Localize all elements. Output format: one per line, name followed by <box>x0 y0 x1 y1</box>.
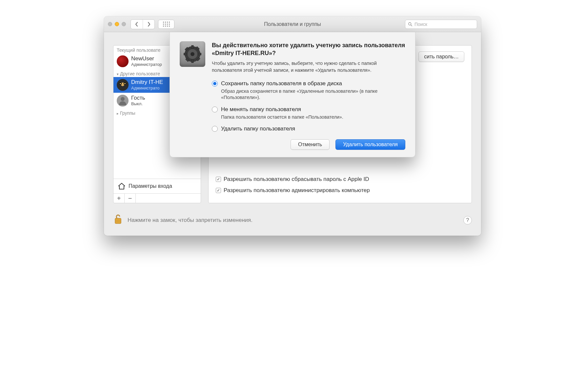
svg-rect-11 <box>184 53 187 55</box>
user-name: NewUser <box>131 56 162 62</box>
show-all-button[interactable] <box>158 20 174 29</box>
back-button[interactable] <box>131 20 143 29</box>
checkbox-icon: ✓ <box>216 188 221 193</box>
dialog-subtitle: Чтобы удалить эту учетную запись, выбери… <box>212 60 405 74</box>
dialog-body: Вы действительно хотите удалить учетную … <box>212 41 405 150</box>
chevron-right-icon <box>147 22 151 27</box>
radio-description: Образ диска сохраняется в папке «Удаленн… <box>221 88 405 101</box>
checkbox-label: Разрешить пользователю сбрасывать пароль… <box>224 176 369 183</box>
user-options: ✓ Разрешить пользователю сбрасывать паро… <box>216 176 464 194</box>
zoom-window-button[interactable] <box>122 22 126 26</box>
window-title: Пользователи и группы <box>264 21 321 27</box>
lock-button[interactable] <box>113 214 123 226</box>
search-field[interactable] <box>405 20 477 29</box>
cancel-button[interactable]: Отменить <box>291 139 330 150</box>
login-options-label: Параметры входа <box>129 183 172 189</box>
titlebar: Пользователи и группы <box>104 16 481 32</box>
radio-delete-folder[interactable]: Удалить папку пользователя <box>212 126 405 132</box>
dialog-buttons: Отменить Удалить пользователя <box>212 139 405 150</box>
allow-admin-checkbox[interactable]: ✓ Разрешить пользователю администрироват… <box>216 187 464 194</box>
reset-password-button[interactable]: сить пароль… <box>418 51 464 62</box>
radio-label: Удалить папку пользователя <box>221 126 295 132</box>
login-options-row[interactable]: Параметры входа <box>113 179 201 193</box>
close-window-button[interactable] <box>108 22 112 26</box>
add-user-button[interactable]: + <box>113 194 125 203</box>
system-preferences-icon <box>180 41 205 67</box>
chevron-left-icon <box>135 22 138 27</box>
nav-buttons <box>131 19 155 29</box>
preferences-window: Пользователи и группы Текущий пользовате… <box>104 16 481 236</box>
radio-label: Сохранить папку пользователя в образе ди… <box>221 80 342 87</box>
help-button[interactable]: ? <box>463 216 472 225</box>
minimize-window-button[interactable] <box>115 22 119 26</box>
user-role: Администрато <box>131 86 163 90</box>
unlocked-lock-icon <box>113 214 123 225</box>
avatar-icon <box>117 55 129 67</box>
radio-icon <box>212 81 218 87</box>
dialog-title: Вы действительно хотите удалить учетную … <box>212 41 405 57</box>
search-icon <box>408 22 413 27</box>
lock-hint: Нажмите на замок, чтобы запретить измене… <box>128 217 252 224</box>
remove-user-button[interactable]: − <box>125 194 136 203</box>
user-name: Гость <box>131 95 145 101</box>
checkbox-icon: ✓ <box>216 177 221 182</box>
footer: Нажмите на замок, чтобы запретить измене… <box>104 210 481 236</box>
radio-description: Папка пользователя остается в папке «Пол… <box>221 114 405 121</box>
grid-icon <box>163 22 170 27</box>
radio-keep-folder[interactable]: Не менять папку пользователя Папка польз… <box>212 106 405 121</box>
radio-save-image[interactable]: Сохранить папку пользователя в образе ди… <box>212 80 405 101</box>
user-role: Выкл. <box>131 101 145 106</box>
delete-user-button[interactable]: Удалить пользователя <box>335 139 405 150</box>
svg-rect-12 <box>198 53 201 55</box>
svg-point-18 <box>191 52 194 56</box>
radio-icon <box>212 107 218 112</box>
svg-line-1 <box>411 25 412 26</box>
user-name: Dmitry IT-HE <box>131 79 163 86</box>
add-remove-bar: + − <box>113 193 201 203</box>
avatar-icon <box>117 95 129 107</box>
svg-rect-10 <box>192 60 193 63</box>
delete-user-dialog: Вы действительно хотите удалить учетную … <box>170 32 415 157</box>
radio-group: Сохранить папку пользователя в образе ди… <box>212 80 405 132</box>
house-icon <box>117 182 126 190</box>
checkbox-label: Разрешить пользователю администрировать … <box>224 187 370 194</box>
forward-button[interactable] <box>143 20 154 29</box>
radio-label: Не менять папку пользователя <box>221 106 301 113</box>
avatar-icon <box>117 79 129 91</box>
svg-point-0 <box>409 22 411 25</box>
gear-icon <box>184 45 201 63</box>
radio-icon <box>212 126 218 132</box>
window-controls <box>108 22 126 26</box>
svg-rect-9 <box>192 45 193 49</box>
allow-appleid-reset-checkbox[interactable]: ✓ Разрешить пользователю сбрасывать паро… <box>216 176 464 183</box>
search-input[interactable] <box>414 22 474 27</box>
user-role: Администратор <box>131 62 162 67</box>
